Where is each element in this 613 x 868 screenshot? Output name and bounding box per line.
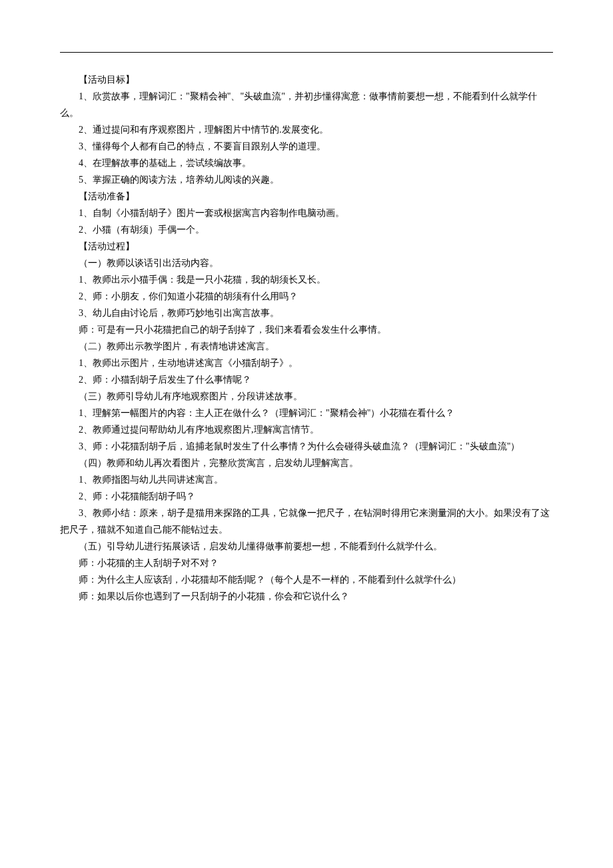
- text-line: 2、师：小朋友，你们知道小花猫的胡须有什么用吗？: [60, 288, 553, 305]
- document-content: 【活动目标】 1、欣赏故事，理解词汇："聚精会神"、"头破血流"，并初步懂得寓意…: [60, 71, 553, 605]
- text-line: 3、幼儿自由讨论后，教师巧妙地引出寓言故事。: [60, 305, 553, 321]
- text-line: 3、教师小结：原来，胡子是猫用来探路的工具，它就像一把尺子，在钻洞时得用它来测量…: [60, 505, 553, 538]
- text-line: （三）教师引导幼儿有序地观察图片，分段讲述故事。: [60, 388, 553, 405]
- text-line: 1、理解第一幅图片的内容：主人正在做什么？（理解词汇："聚精会神"）小花猫在看什…: [60, 405, 553, 421]
- text-line: 师：为什么主人应该刮，小花猫却不能刮呢？（每个人是不一样的，不能看到什么就学什么…: [60, 571, 553, 588]
- text-line: 2、教师通过提问帮助幼儿有序地观察图片,理解寓言情节。: [60, 421, 553, 438]
- text-line: 1、自制《小猫刮胡子》图片一套或根据寓言内容制作电脑动画。: [60, 205, 553, 221]
- text-line: （二）教师出示教学图片，有表情地讲述寓言。: [60, 338, 553, 355]
- text-line: 2、师：小猫刮胡子后发生了什么事情呢？: [60, 371, 553, 388]
- text-line: 1、欣赏故事，理解词汇："聚精会神"、"头破血流"，并初步懂得寓意：做事情前要想…: [60, 88, 553, 121]
- text-line: 2、师：小花猫能刮胡子吗？: [60, 488, 553, 505]
- text-line: 1、教师出示图片，生动地讲述寓言《小猫刮胡子》。: [60, 355, 553, 371]
- text-line: 【活动目标】: [60, 71, 553, 88]
- text-line: 1、教师出示小猫手偶：我是一只小花猫，我的胡须长又长。: [60, 271, 553, 288]
- text-line: 师：如果以后你也遇到了一只刮胡子的小花猫，你会和它说什么？: [60, 588, 553, 605]
- text-line: （四）教师和幼儿再次看图片，完整欣赏寓言，启发幼儿理解寓言。: [60, 455, 553, 471]
- text-line: （五）引导幼儿进行拓展谈话，启发幼儿懂得做事前要想一想，不能看到什么就学什么。: [60, 538, 553, 555]
- text-line: 师：小花猫的主人刮胡子对不对？: [60, 555, 553, 571]
- text-line: 【活动准备】: [60, 188, 553, 205]
- text-line: 3、师：小花猫刮胡子后，追捕老鼠时发生了什么事情？为什么会碰得头破血流？（理解词…: [60, 438, 553, 455]
- text-line: 【活动过程】: [60, 238, 553, 255]
- text-line: 4、在理解故事的基础上，尝试续编故事。: [60, 155, 553, 171]
- text-line: 师：可是有一只小花猫把自己的胡子刮掉了，我们来看看会发生什么事情。: [60, 321, 553, 338]
- text-line: 2、通过提问和有序观察图片，理解图片中情节的.发展变化。: [60, 121, 553, 138]
- text-line: （一）教师以谈话引出活动内容。: [60, 255, 553, 271]
- text-line: 5、掌握正确的阅读方法，培养幼儿阅读的兴趣。: [60, 171, 553, 188]
- horizontal-rule: [60, 52, 553, 53]
- text-line: 2、小猫（有胡须）手偶一个。: [60, 221, 553, 238]
- text-line: 1、教师指图与幼儿共同讲述寓言。: [60, 471, 553, 488]
- text-line: 3、懂得每个人都有自己的特点，不要盲目跟别人学的道理。: [60, 138, 553, 155]
- document-page: 【活动目标】 1、欣赏故事，理解词汇："聚精会神"、"头破血流"，并初步懂得寓意…: [0, 0, 613, 631]
